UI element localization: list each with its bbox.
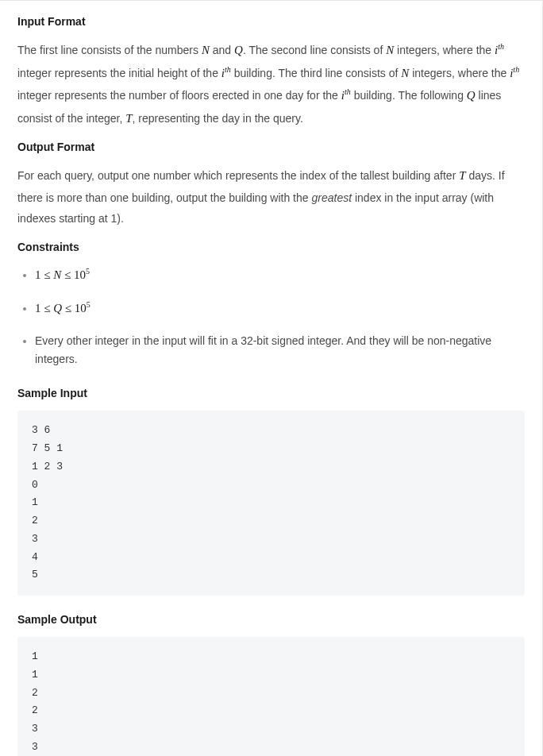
text: integers, where the: [394, 44, 495, 56]
math-constraint-N: 1 ≤ N ≤ 105: [35, 268, 90, 281]
math-N: N: [386, 44, 394, 56]
constraint-item: 1 ≤ N ≤ 105: [35, 264, 525, 286]
text: The first line consists of the numbers: [17, 44, 202, 56]
text: building. The third line consists of: [231, 67, 402, 79]
text: building. The following: [351, 89, 467, 102]
math-constraint-Q: 1 ≤ Q ≤ 105: [35, 302, 90, 314]
output-format-heading: Output Format: [17, 141, 525, 153]
sample-output-heading: Sample Output: [17, 613, 525, 626]
constraints-heading: Constraints: [17, 241, 525, 253]
text: integers, where the: [409, 67, 510, 79]
math-ith: ith: [495, 44, 504, 56]
math-ith: ith: [341, 89, 351, 102]
text: integer represents the initial height of…: [17, 67, 221, 79]
text: For each query, output one number which …: [17, 169, 459, 182]
math-ith: ith: [221, 67, 231, 79]
text: . The second line consists of: [243, 44, 386, 56]
input-format-heading: Input Format: [17, 15, 525, 28]
text: , representing the day in the query.: [133, 112, 303, 125]
output-format-body: For each query, output one number which …: [17, 164, 525, 230]
sample-output-code: 1 1 2 2 3 3: [17, 637, 525, 756]
math-N: N: [401, 67, 409, 79]
problem-statement: Input Format The first line consists of …: [0, 0, 543, 756]
text: and: [210, 44, 234, 56]
constraints-list: 1 ≤ N ≤ 105 1 ≤ Q ≤ 105 Every other inte…: [17, 264, 525, 370]
sample-input-code: 3 6 7 5 1 1 2 3 0 1 2 3 4 5: [17, 411, 525, 596]
text: integer represents the number of floors …: [17, 89, 341, 102]
math-Q: Q: [234, 44, 243, 56]
math-Q: Q: [467, 89, 476, 102]
math-T: T: [125, 112, 132, 125]
constraint-item: 1 ≤ Q ≤ 105: [35, 298, 525, 319]
input-format-body: The first line consists of the numbers N…: [17, 39, 525, 129]
constraint-item: Every other integer in the input will fi…: [35, 332, 525, 370]
math-ith: ith: [510, 67, 519, 79]
math-N: N: [202, 44, 210, 56]
math-T: T: [459, 169, 465, 182]
emphasis-greatest: greatest: [311, 191, 352, 204]
sample-input-heading: Sample Input: [17, 387, 525, 399]
